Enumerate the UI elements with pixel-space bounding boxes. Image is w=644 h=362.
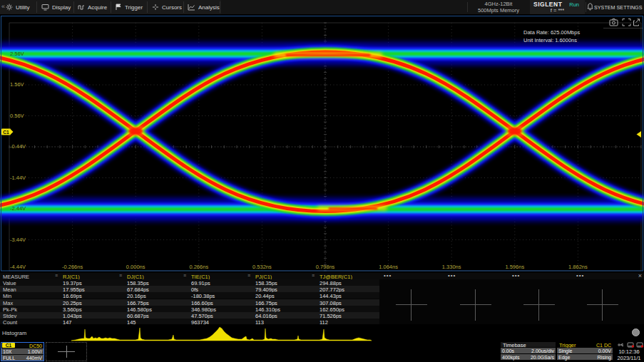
menu-item-acquire[interactable]: Acquire bbox=[78, 0, 107, 14]
clock-time: 10:12:36 bbox=[614, 348, 644, 355]
notification-bell-icon[interactable] bbox=[587, 3, 593, 11]
add-channel-button[interactable] bbox=[46, 342, 87, 361]
timebase-box[interactable]: Timebase 0.00s 2.00us/div 400kpts 20.0GS… bbox=[501, 342, 556, 360]
plus-icon bbox=[411, 289, 412, 321]
scope-model-info: 4GHz-12Bit 500Mpts Memory bbox=[468, 0, 529, 14]
menu-item-label: Analysis bbox=[198, 4, 220, 11]
drag-knob-icon[interactable] bbox=[632, 329, 640, 336]
alert-badge bbox=[632, 345, 634, 347]
add-measurement-button[interactable] bbox=[396, 289, 427, 321]
timebase-points: 400kpts bbox=[502, 355, 520, 360]
monitor-icon bbox=[41, 4, 49, 11]
scope-bandwidth-label: 4GHz-12Bit bbox=[468, 1, 529, 7]
v-axis-label: 1.56V bbox=[10, 81, 24, 88]
flag-icon bbox=[115, 4, 122, 11]
empty-measure-slot[interactable]: ••• bbox=[448, 272, 456, 279]
channel-c1-coupling: DC50 bbox=[29, 343, 42, 348]
channel-c1-bandwidth: FULL bbox=[3, 356, 15, 361]
channel-marker-label: C1 bbox=[3, 130, 9, 135]
acquisition-status-box[interactable]: SIGLENT Run f = *** bbox=[530, 0, 585, 14]
t-axis-label: 0.532ns bbox=[252, 264, 272, 270]
v-axis-label: 0.56V bbox=[10, 113, 24, 119]
menu-separator bbox=[36, 1, 37, 13]
channel-c1-scale: 1.00V/ bbox=[28, 349, 42, 354]
close-measure-icon[interactable]: × bbox=[638, 273, 642, 279]
column-grip-icon[interactable]: ≡ bbox=[55, 273, 58, 278]
measure-row-min: Min16.69ps20.16ps-180.38ps20.44ps144.43p… bbox=[0, 292, 379, 299]
timebase-header: Timebase bbox=[501, 342, 556, 347]
column-grip-icon[interactable]: ≡ bbox=[312, 273, 315, 278]
add-measurement-button[interactable] bbox=[587, 289, 618, 321]
timebase-sample-rate: 20.0GSa/s bbox=[531, 355, 554, 360]
channel-c1-badge[interactable]: C1 bbox=[2, 343, 15, 348]
eye-diagram-plot[interactable]: 2.56V1.56V0.56V-0.44V-1.44V-2.44V-3.44V-… bbox=[0, 14, 644, 272]
graph-icon bbox=[188, 4, 195, 11]
channel-c1-row3: FULL 440mV bbox=[1, 355, 44, 361]
clock-date: 2023/11/1 bbox=[614, 355, 644, 361]
trigger-type: Edge bbox=[558, 355, 570, 360]
measure-row-mean: Mean17.955ps67.684ps0fs79.409ps207.772ps bbox=[0, 286, 379, 292]
collapse-menu-icon[interactable]: « bbox=[1, 3, 4, 10]
menu-item-label: Cursors bbox=[162, 4, 182, 11]
gear-icon bbox=[6, 4, 13, 11]
empty-measure-slot[interactable]: ••• bbox=[384, 272, 392, 279]
trigger-header: Trigger C1 DC bbox=[557, 342, 613, 347]
histogram-strip: Histogram bbox=[0, 324, 644, 341]
measure-row-value: Value19.37ps158.35ps69.91ps158.35ps294.8… bbox=[0, 279, 379, 286]
add-measurement-button[interactable] bbox=[460, 289, 491, 321]
tie-histogram-chart bbox=[0, 324, 644, 341]
measure-row-stdev: Stdev1.043ps60.687ps47.570ps64.016ps71.5… bbox=[0, 312, 379, 319]
plus-icon bbox=[602, 289, 603, 321]
t-axis-label: 1.596ns bbox=[505, 264, 524, 270]
clock-box: 10:12:36 2023/11/1 bbox=[614, 342, 644, 360]
menu-item-cursors[interactable]: Cursors bbox=[152, 0, 182, 14]
menu-item-trigger[interactable]: Trigger bbox=[115, 0, 143, 14]
trigger-level: 0.00V bbox=[598, 348, 611, 353]
trigger-mode: Single bbox=[558, 348, 572, 353]
timebase-row2: 0.00s 2.00us/div bbox=[501, 348, 556, 353]
empty-measure-slot[interactable]: ••• bbox=[512, 272, 520, 279]
waveform-icon bbox=[78, 4, 85, 11]
column-grip-icon[interactable]: ≡ bbox=[119, 273, 122, 278]
menu-item-label: Display bbox=[52, 4, 71, 11]
unit-interval-label: Unit Interval: 1.6000ns bbox=[523, 37, 577, 43]
menu-item-utility[interactable]: Utility bbox=[6, 0, 30, 14]
timebase-delay: 0.00s bbox=[502, 348, 514, 353]
menu-separator bbox=[586, 2, 586, 12]
v-axis-label: -3.44V bbox=[10, 237, 26, 243]
timebase-row3: 400kpts 20.0GSa/s bbox=[501, 354, 556, 360]
measure-header-row: MEASURE × ≡RJ(C1)≡DJ(C1)≡TIE(C1)≡PJ(C1)≡… bbox=[0, 273, 644, 279]
menu-item-label: Utility bbox=[16, 4, 30, 11]
plus-icon bbox=[460, 304, 491, 305]
column-grip-icon[interactable]: ≡ bbox=[183, 273, 186, 278]
menu-bar: « UtilityDisplayAcquireTriggerCursorsAna… bbox=[0, 0, 644, 14]
measure-row-max: Max20.25ps166.75ps166.60ps166.75ps307.08… bbox=[0, 299, 379, 306]
data-rate-label: Data Rate: 625.00Mbps bbox=[523, 29, 580, 36]
plus-icon bbox=[523, 304, 555, 305]
trigger-source-coupling: C1 DC bbox=[596, 343, 611, 348]
oscilloscope-screen: « UtilityDisplayAcquireTriggerCursorsAna… bbox=[0, 0, 644, 362]
channel-c1-box[interactable]: C1 DC50 10X 1.00V/ FULL 440mV bbox=[1, 342, 44, 361]
plus-icon bbox=[587, 304, 618, 305]
v-axis-label: -1.44V bbox=[10, 175, 26, 181]
menu-separator bbox=[73, 1, 74, 13]
menu-item-display[interactable]: Display bbox=[41, 0, 71, 14]
empty-measure-slot[interactable]: ••• bbox=[576, 272, 584, 279]
trigger-box[interactable]: Trigger C1 DC Single 0.00V Edge Rising bbox=[557, 342, 613, 360]
column-grip-icon[interactable]: ≡ bbox=[247, 273, 250, 278]
system-settings-button[interactable]: SYSTEM SETTINGS bbox=[594, 0, 643, 14]
t-axis-label: 1.330ns bbox=[442, 264, 461, 270]
frequency-counter: f = *** bbox=[530, 7, 585, 14]
measure-row-pk-pk: Pk-Pk3.560ps146.580ps346.980ps146.310ps1… bbox=[0, 306, 379, 312]
usb-icon bbox=[618, 343, 623, 346]
add-measurement-button[interactable] bbox=[523, 289, 555, 321]
trigger-row2: Single 0.00V bbox=[557, 348, 613, 353]
measure-panel: MEASURE × ≡RJ(C1)≡DJ(C1)≡TIE(C1)≡PJ(C1)≡… bbox=[0, 272, 644, 324]
v-axis-label: -0.44V bbox=[10, 143, 26, 150]
status-icons bbox=[614, 342, 644, 347]
menu-item-analysis[interactable]: Analysis bbox=[188, 0, 220, 14]
t-axis-label: 0.000ns bbox=[126, 264, 145, 270]
t-axis-label: 1.064ns bbox=[379, 264, 398, 270]
t-axis-label: 0.798ns bbox=[316, 264, 335, 270]
v-axis-label: -2.44V bbox=[10, 205, 26, 212]
